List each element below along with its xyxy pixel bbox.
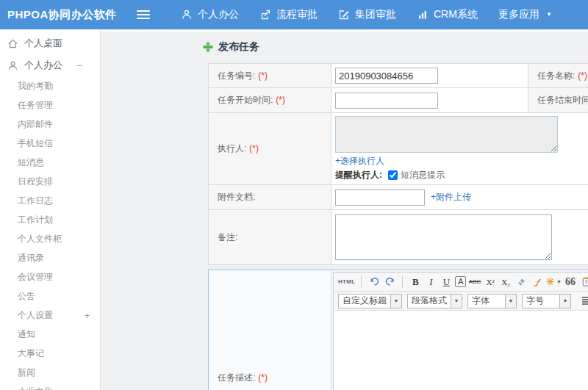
sms-remind-option-label: 短消息提示 (401, 169, 445, 181)
paste-button[interactable] (579, 275, 588, 289)
font-size-select[interactable]: 字号 ▼ (522, 294, 571, 308)
menu-toggle-button[interactable] (137, 10, 150, 19)
align-left-button[interactable] (581, 294, 588, 308)
attachment-label-cell: 附件文档: (209, 185, 331, 210)
plus-icon (202, 41, 214, 53)
sidebar-item-announcement[interactable]: 公告 (0, 286, 100, 306)
executor-textarea[interactable] (335, 116, 558, 153)
editor-content-area[interactable] (334, 311, 588, 390)
main-content: 发布任务 任务编号:(*) 任务名称:(*) (101, 29, 588, 390)
font-border-button[interactable]: A (455, 276, 466, 287)
chevron-down-icon: ▼ (546, 12, 552, 18)
redo-button[interactable] (383, 275, 396, 289)
chevron-down-icon: ▼ (505, 295, 516, 308)
undo-icon (369, 276, 380, 287)
content-top-strip (101, 29, 588, 32)
sidebar-item-label: 个人办公 (24, 59, 62, 72)
executor-label-cell: 执行人:(*) (209, 113, 331, 185)
nav-personal-office[interactable]: 个人办公 (181, 8, 239, 21)
user-icon (181, 9, 193, 21)
sidebar-item-personal-files[interactable]: 个人文件柜 (0, 229, 100, 248)
required-mark: (*) (578, 71, 587, 81)
task-description-section: 任务描述:(*) HTML B I U A (208, 270, 588, 390)
required-mark: (*) (258, 372, 268, 383)
nav-more-apps[interactable]: 更多应用 ▼ (498, 8, 552, 21)
sidebar-item-news[interactable]: 新闻 (0, 363, 100, 382)
editor-toolbar-row-2: 自定义标题 ▼ 段落格式 ▼ 字体 ▼ (334, 292, 588, 311)
nav-crm-system[interactable]: CRM系统 (417, 8, 478, 21)
sidebar-item-work-log[interactable]: 工作日志 (0, 191, 100, 210)
sidebar-item-personal-desktop[interactable]: 个人桌面 (0, 32, 100, 54)
sidebar-item-personal-office[interactable]: 个人办公 − (0, 54, 100, 76)
nav-label: 流程审批 (276, 8, 318, 21)
sidebar-item-work-plan[interactable]: 工作计划 (0, 210, 100, 229)
select-executor-link[interactable]: +选择执行人 (335, 156, 384, 166)
sidebar-item-personal-settings[interactable]: 个人设置 + (0, 306, 100, 325)
start-time-label-cell: 任务开始时间:(*) (209, 88, 331, 113)
table-row: 任务编号:(*) 任务名称:(*) (209, 64, 588, 88)
expand-icon[interactable]: + (84, 310, 100, 321)
start-time-input[interactable] (335, 93, 438, 109)
table-row: 执行人:(*) +选择执行人 提醒执行人: 短消息提示 (209, 113, 588, 185)
undo-button[interactable] (368, 275, 381, 289)
sidebar-item-my-attendance[interactable]: 我的考勤 (0, 76, 100, 95)
required-mark: (*) (276, 95, 285, 105)
task-name-label-cell: 任务名称:(*) (528, 64, 588, 88)
auto-typeset-button[interactable]: ▼ (545, 275, 562, 289)
chevron-down-icon: ▼ (559, 295, 570, 308)
attachment-upload-link[interactable]: +附件上传 (431, 191, 471, 203)
html-source-button[interactable]: HTML (338, 275, 355, 289)
remind-executor-label: 提醒执行人: (335, 169, 382, 181)
nav-label: 个人办公 (198, 8, 239, 21)
flow-approval-icon (259, 9, 271, 21)
strikethrough-button[interactable]: ABC (468, 275, 481, 289)
underline-button[interactable]: U (440, 275, 453, 289)
chevron-down-icon: ▼ (556, 279, 562, 284)
editor-toolbar-row-1: HTML B I U A ABC X² X₂ (334, 272, 588, 292)
collapse-icon[interactable]: − (76, 60, 93, 71)
required-mark: (*) (258, 71, 268, 81)
sidebar-item-notice[interactable]: 通知 (0, 325, 100, 344)
bold-button[interactable]: B (409, 275, 422, 289)
nav-label: 更多应用 (498, 8, 539, 21)
brush-icon (531, 277, 542, 287)
remark-textarea[interactable] (335, 214, 552, 260)
font-family-select[interactable]: 字体 ▼ (467, 294, 517, 308)
table-row: 备注: (209, 210, 588, 265)
eraser-button[interactable] (514, 275, 528, 289)
task-number-input[interactable] (335, 68, 438, 84)
sidebar-item-task-management[interactable]: 任务管理 (0, 95, 100, 115)
publish-task-form: 任务编号:(*) 任务名称:(*) 任务开始时间:(*) (208, 63, 588, 390)
custom-title-select[interactable]: 自定义标题 ▼ (338, 294, 402, 308)
paragraph-format-select[interactable]: 段落格式 ▼ (407, 294, 462, 308)
sidebar-item-schedule[interactable]: 日程安排 (0, 172, 100, 191)
sidebar: 个人桌面 个人办公 − 我的考勤 任务管理 内部邮件 手机短信 短消息 日程安排… (0, 29, 101, 390)
table-row: 附件文档: +附件上传 (209, 185, 588, 210)
subscript-button[interactable]: X₂ (499, 275, 512, 289)
sidebar-item-address-book[interactable]: 通讯录 (0, 248, 100, 267)
home-icon (7, 38, 18, 49)
sidebar-item-meeting-management[interactable]: 会议管理 (0, 267, 100, 286)
superscript-button[interactable]: X² (484, 275, 497, 289)
nav-group-approval[interactable]: 集团审批 (338, 8, 396, 21)
nav-workflow-approval[interactable]: 流程审批 (259, 8, 318, 21)
blockquote-button[interactable]: 66 (564, 275, 577, 289)
required-mark: (*) (249, 143, 259, 154)
table-row: 任务开始时间:(*) 任务结束时间:(*) (209, 88, 588, 113)
sidebar-item-short-message[interactable]: 短消息 (0, 153, 100, 172)
nav-label: 集团审批 (355, 8, 396, 21)
clipboard-icon (581, 276, 588, 287)
sidebar-item-partial[interactable]: 企业文化 (0, 382, 100, 390)
italic-button[interactable]: I (424, 275, 437, 289)
app-logo: PHPOA协同办公软件 (0, 8, 137, 22)
sidebar-item-mobile-sms[interactable]: 手机短信 (0, 134, 100, 153)
format-brush-button[interactable] (530, 275, 543, 289)
task-description-label-cell: 任务描述:(*) (209, 270, 331, 390)
sidebar-item-big-events[interactable]: 大事记 (0, 344, 100, 363)
attachment-input[interactable] (335, 189, 425, 206)
sms-remind-checkbox[interactable] (388, 170, 398, 180)
redo-icon (384, 276, 395, 287)
sidebar-item-internal-mail[interactable]: 内部邮件 (0, 115, 100, 134)
align-left-icon (581, 296, 588, 306)
eraser-icon (516, 277, 526, 287)
